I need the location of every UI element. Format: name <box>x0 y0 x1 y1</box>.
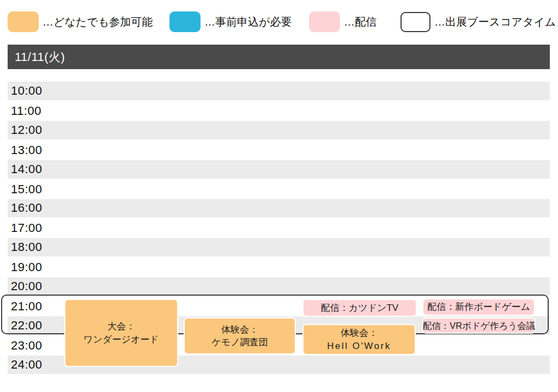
time-label: 13:00 <box>11 143 43 157</box>
event-title-line: 配信：新作ボードゲーム <box>427 301 530 313</box>
time-label: 16:00 <box>11 201 43 215</box>
event-vr-bodoge: 配信：VRボドゲ作ろう会議 <box>422 317 536 334</box>
legend-item-booth-core-time: …出展ブースコアタイム <box>401 11 556 32</box>
time-row-1500: 15:00 <box>8 180 550 199</box>
event-title-line: ワンダージオード <box>83 333 159 346</box>
time-label: 15:00 <box>11 182 43 197</box>
time-label: 14:00 <box>11 162 43 176</box>
time-row-1100: 11:00 <box>8 101 550 121</box>
event-title-line: 大会： <box>107 320 135 333</box>
time-label: 19:00 <box>11 260 43 274</box>
time-label: 24:00 <box>11 358 43 372</box>
legend-item-anyone: …どなたでも参加可能 <box>8 11 153 32</box>
legend-swatch-pre-registration <box>169 11 201 32</box>
time-label: 20:00 <box>11 279 43 293</box>
time-label: 12:00 <box>11 123 43 137</box>
legend-label: …どなたでも参加可能 <box>43 15 153 29</box>
date-header-label: 11/11(火) <box>15 49 65 65</box>
event-title-line: ケモノ調査団 <box>211 336 268 348</box>
legend-label: …出展ブースコアタイム <box>434 15 556 29</box>
legend-swatch-anyone <box>8 11 39 32</box>
event-title-line: 体験会： <box>341 327 378 339</box>
time-row-1300: 13:00 <box>8 140 550 160</box>
time-label: 10:00 <box>11 84 43 98</box>
event-kemono-research: 体験会：ケモノ調査団 <box>184 317 296 354</box>
event-title-line: Hell O'Work <box>327 340 391 352</box>
time-row-2000: 20:00 <box>8 277 550 297</box>
event-new-board-game: 配信：新作ボードゲーム <box>422 298 535 316</box>
legend-item-pre-registration: …事前申込が必要 <box>169 11 292 32</box>
legend: …どなたでも参加可能…事前申込が必要…配信…出展ブースコアタイム <box>0 0 558 42</box>
event-katsudon-tv: 配信：カツドンTV <box>302 299 417 317</box>
event-title-line: 配信：VRボドゲ作ろう会議 <box>423 320 535 332</box>
time-label: 23:00 <box>11 339 43 353</box>
legend-item-stream: …配信 <box>309 11 377 32</box>
legend-label: …配信 <box>344 15 377 29</box>
date-header: 11/11(火) <box>8 45 550 69</box>
legend-swatch-stream <box>309 11 340 32</box>
time-label: 17:00 <box>11 221 43 235</box>
time-row-1800: 18:00 <box>8 238 550 258</box>
time-label: 11:00 <box>11 104 41 118</box>
time-row-1000: 10:00 <box>8 82 550 101</box>
time-label: 18:00 <box>11 240 43 254</box>
legend-swatch-booth-core-time <box>401 12 430 32</box>
time-row-1400: 14:00 <box>8 160 550 180</box>
time-row-1200: 12:00 <box>8 121 550 140</box>
event-hell-o-work: 体験会：Hell O'Work <box>302 324 416 355</box>
time-row-1700: 17:00 <box>8 218 550 238</box>
event-title-line: 体験会： <box>221 323 258 336</box>
event-wonder-geode: 大会：ワンダージオード <box>64 299 178 367</box>
time-row-1600: 16:00 <box>8 199 550 219</box>
event-schedule-page: …どなたでも参加可能…事前申込が必要…配信…出展ブースコアタイム 11/11(火… <box>0 0 558 392</box>
time-row-1900: 19:00 <box>8 258 550 277</box>
event-title-line: 配信：カツドンTV <box>321 302 398 314</box>
legend-label: …事前申込が必要 <box>204 15 292 29</box>
